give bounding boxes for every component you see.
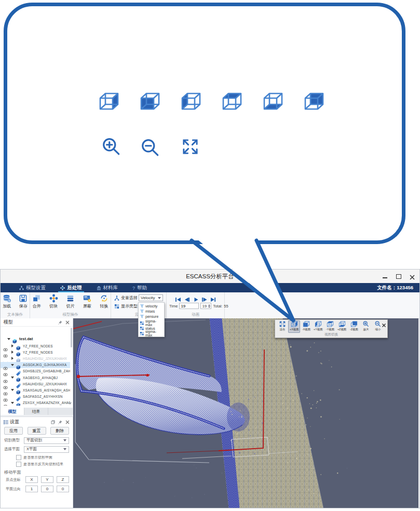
mask-button[interactable]: 屏蔽	[80, 294, 93, 309]
zoom-in-icon	[102, 137, 121, 157]
dropdown-option-pensure[interactable]: pensure	[139, 314, 164, 319]
view-button-cube-nz[interactable]: -Z视图	[348, 320, 360, 333]
stepper-arrows[interactable]	[208, 304, 211, 308]
close-panel-icon[interactable]	[65, 320, 70, 325]
skip-end-button[interactable]	[210, 295, 216, 300]
apply-button[interactable]: 应用	[4, 427, 23, 435]
save-button[interactable]: 保存	[17, 294, 30, 309]
show-reverse-cut-checkbox-row[interactable]: 是否显示反方向切割结果	[16, 462, 63, 467]
expander-icon[interactable]	[10, 351, 14, 354]
tab-model[interactable]: 模型	[1, 408, 24, 415]
visibility-eye-icon[interactable]	[3, 351, 8, 354]
convert-button[interactable]: 转换	[98, 294, 111, 309]
dropdown-option-mises[interactable]: mises	[139, 308, 164, 314]
origin-z-field[interactable]	[57, 476, 69, 483]
checkbox-icon[interactable]	[16, 455, 21, 460]
expander-icon[interactable]	[10, 389, 14, 391]
menu-item-model-settings[interactable]: 模型设置	[12, 283, 53, 292]
view-button-cube-ny[interactable]: -Y视图	[324, 320, 336, 333]
tree-item[interactable]: HSAUHDISU_JZKIUKHAHX	[1, 381, 70, 387]
visibility-eye-icon[interactable]	[3, 382, 8, 386]
zoom-in-icon	[362, 321, 370, 327]
view-button-cube-px[interactable]: +X视图	[288, 320, 300, 333]
menu-item-help[interactable]: ? 帮助	[125, 283, 154, 292]
visibility-eye-icon[interactable]	[3, 388, 8, 392]
maximize-button[interactable]	[396, 273, 402, 279]
viewport-3d[interactable]: 适合+X视图-X视图+Y视图-Y视图+Z视图-Z视图放大缩小 视图切换	[73, 318, 418, 508]
visibility-eye-icon[interactable]	[3, 401, 8, 405]
step-forward-button[interactable]	[201, 295, 208, 300]
time-input[interactable]	[179, 303, 199, 309]
normal-y-field[interactable]	[41, 486, 53, 492]
menu-item-post-process[interactable]: 后处理	[53, 283, 89, 292]
dropdown-option-sigma-max[interactable]: sigma-max	[139, 331, 164, 336]
restore-panel-icon[interactable]	[51, 420, 55, 424]
tree-scrollbar[interactable]	[71, 328, 72, 347]
tree-item[interactable]: AGSGKJKG_GJHXAJKHXA	[1, 362, 70, 368]
origin-x-field[interactable]	[25, 476, 38, 483]
frame-stepper[interactable]: 19	[200, 303, 211, 309]
tree-item[interactable]: YZ_FREE_NODES	[1, 343, 70, 349]
merge-button[interactable]: 合并	[30, 294, 43, 309]
delete-button[interactable]: 删除	[50, 427, 69, 435]
skip-start-button[interactable]	[175, 295, 181, 300]
variable-select-button[interactable]: 变量选择	[114, 295, 138, 301]
expander-icon[interactable]	[7, 338, 10, 340]
visibility-eye-icon[interactable]	[3, 395, 8, 398]
tree-item[interactable]: XAGBSXG_AYHAQBJ	[1, 374, 70, 381]
expander-icon[interactable]	[10, 402, 14, 404]
group-label-file: 文本操作	[1, 312, 30, 317]
dropdown-option-velocity[interactable]: velocity	[139, 303, 164, 308]
view-button-fit[interactable]: 适合	[276, 320, 288, 333]
variable-dropdown[interactable]: Velocity	[139, 294, 163, 301]
load-button[interactable]: 加载	[1, 294, 13, 309]
pin-icon[interactable]	[58, 320, 62, 325]
step-back-button[interactable]	[184, 295, 190, 300]
slice-icon	[16, 369, 21, 374]
play-button[interactable]	[193, 295, 199, 300]
visibility-eye-icon[interactable]	[3, 363, 8, 367]
expander-icon[interactable]	[10, 357, 14, 360]
tree-root[interactable]: test.dat	[1, 335, 70, 342]
expander-icon[interactable]	[10, 376, 14, 379]
view-buttons: 适合+X视图-X视图+Y视图-Y视图+Z视图-Z视图放大缩小	[276, 320, 384, 333]
tab-results[interactable]: 结果	[24, 408, 48, 415]
origin-y-field[interactable]	[41, 476, 53, 483]
pin-icon[interactable]	[58, 420, 62, 424]
reset-button[interactable]: 重置	[28, 427, 46, 435]
toolbar-close-button[interactable]	[382, 320, 386, 325]
view-button-cube-py[interactable]: +Y视图	[312, 320, 324, 333]
cut-type-select[interactable]: 平面切割	[24, 437, 69, 444]
help-icon: ?	[132, 286, 135, 290]
tree-item[interactable]: SDHSBJZS_GHSABJHB_ZAHU	[1, 368, 70, 374]
visibility-eye-icon[interactable]	[3, 344, 8, 348]
tree-item[interactable]: SAGFASGZ_ASYHHXSN	[1, 394, 70, 400]
view-button-cube-pz[interactable]: +Z视图	[336, 320, 348, 333]
tree-item[interactable]: ZSXGX_HSAKAZNZXK_AHASX	[1, 400, 70, 406]
view-button-cube-nx[interactable]: -X视图	[300, 320, 312, 333]
expander-icon[interactable]	[10, 364, 14, 366]
close-button[interactable]	[409, 273, 415, 279]
playback-controls	[167, 295, 224, 300]
scroll-down-icon[interactable]	[69, 402, 72, 405]
view-button-zoom-in[interactable]: 放大	[360, 320, 372, 333]
slice-button[interactable]: 切片	[64, 294, 77, 309]
visibility-eye-icon[interactable]	[3, 376, 8, 380]
visibility-eye-icon[interactable]	[3, 369, 8, 373]
dropdown-option-sigma-max[interactable]: sigma-max	[139, 320, 164, 326]
plane-select[interactable]: X平面	[24, 446, 69, 453]
cut-block-button[interactable]: 切块	[47, 294, 60, 309]
normal-x-field[interactable]	[25, 486, 38, 492]
normal-z-field[interactable]	[57, 486, 69, 492]
show-cut-plane-checkbox-row[interactable]: 是否显示切割平面	[16, 455, 52, 460]
checkbox-icon[interactable]	[16, 462, 21, 467]
tree-item[interactable]: XSAXGAUS_AISYAQSH_ASHX	[1, 387, 70, 393]
close-panel-icon[interactable]	[65, 420, 70, 424]
tree-item[interactable]: YZ_FREE_NODES	[1, 349, 70, 355]
visibility-eye-icon[interactable]	[3, 357, 8, 360]
tree-item[interactable]: HSAUHDISU_JZKIUKHAHX	[1, 355, 70, 361]
display-type-button[interactable]: 显示类型	[114, 303, 138, 309]
minimize-button[interactable]	[382, 273, 388, 279]
expander-icon[interactable]	[10, 344, 14, 347]
menu-item-material-library[interactable]: 材料库	[89, 283, 126, 292]
